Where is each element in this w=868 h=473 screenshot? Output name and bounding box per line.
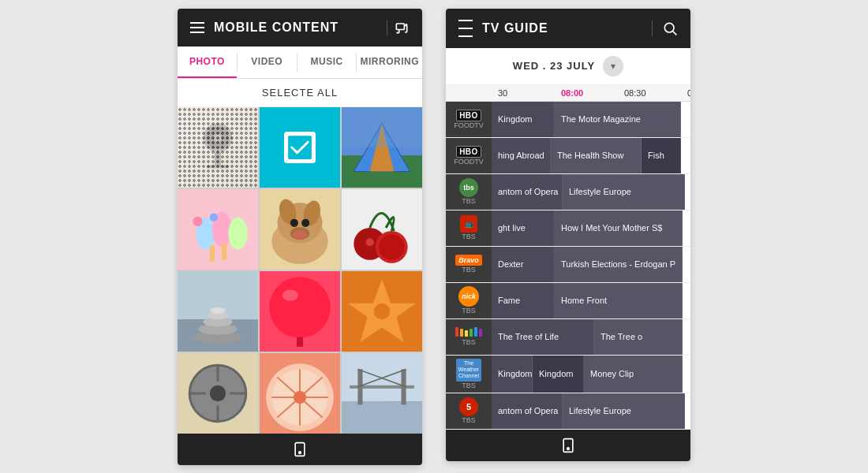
channel-atv[interactable]: 📺 TBS: [446, 210, 492, 246]
tab-music[interactable]: MUSIC: [297, 47, 357, 78]
tbs-sub: TBS: [462, 197, 476, 205]
header-right-icons: [387, 20, 410, 35]
phone-footer-icon: [292, 441, 308, 457]
channel-tbs[interactable]: tbs TBS: [446, 174, 492, 210]
svg-rect-5: [207, 165, 230, 168]
program-lifestyle-ch5[interactable]: Lifestyle Europe: [563, 393, 685, 429]
channel-hbo2[interactable]: HBO FOODTV: [446, 138, 492, 173]
bravo-logo: Bravo: [455, 255, 482, 266]
atv-programs: ght live How I Met Your Mother S$: [492, 210, 690, 246]
svg-point-34: [379, 234, 405, 260]
tab-photo[interactable]: PHOTO: [178, 47, 237, 78]
channel-nick[interactable]: nick TBS: [446, 283, 492, 318]
nick-programs: Fame Home Front: [492, 283, 690, 318]
tab-video[interactable]: VIDEO: [238, 47, 297, 78]
photo-1[interactable]: [178, 107, 258, 188]
program-how-i-met[interactable]: How I Met Your Mother S$: [555, 210, 683, 246]
channel-weather[interactable]: TheWeatherChannel TBS: [446, 356, 492, 393]
bravo-programs: Dexter Turkish Elections - Erdogan P: [492, 247, 690, 282]
program-home-front[interactable]: Home Front: [555, 283, 683, 318]
program-fishing-abroad[interactable]: hing Abroad: [492, 138, 551, 173]
photo-3[interactable]: [342, 107, 422, 188]
photo-2[interactable]: [260, 107, 340, 188]
date-dropdown-button[interactable]: ▾: [603, 56, 623, 76]
guide-row-nbc: TBS The Tree of Life The Tree o: [446, 319, 690, 356]
photo-4[interactable]: [178, 189, 258, 270]
svg-point-73: [567, 448, 570, 450]
svg-point-30: [294, 231, 306, 239]
channel-5[interactable]: 5 TBS: [446, 393, 492, 429]
program-tonight-live[interactable]: ght live: [492, 210, 555, 246]
tv-footer-icon: [560, 438, 576, 453]
atv-sub: TBS: [462, 233, 476, 240]
guide-row-ch5: 5 TBS antom of Opera Lifestyle Europe: [446, 393, 690, 430]
tv-footer: [446, 430, 690, 461]
ch5-logo: 5: [459, 397, 478, 416]
photo-8[interactable]: [260, 271, 340, 352]
photo-9[interactable]: [342, 271, 422, 352]
tv-hamburger-icon[interactable]: [458, 20, 473, 37]
svg-point-1: [406, 24, 407, 25]
svg-rect-0: [396, 24, 404, 30]
program-tree-of-life[interactable]: The Tree of Life: [492, 319, 594, 355]
guide-row-nick: nick TBS Fame Home Front: [446, 283, 690, 319]
svg-point-20: [193, 216, 202, 225]
mobile-header: MOBILE CONTENT: [178, 9, 422, 47]
photo-5[interactable]: [260, 189, 340, 270]
svg-point-44: [269, 277, 331, 338]
photo-6[interactable]: [342, 189, 422, 270]
program-motor-magazine[interactable]: The Motor Magazine: [555, 102, 681, 137]
time-slot-0830: 08:30: [618, 85, 681, 101]
channel-nbc[interactable]: TBS: [446, 319, 492, 355]
svg-line-71: [673, 31, 677, 35]
program-turkish-elections[interactable]: Turkish Elections - Erdogan P: [555, 247, 683, 282]
program-kingdom-w1[interactable]: Kingdom: [492, 356, 533, 393]
photo-10[interactable]: [178, 353, 258, 434]
guide-row-atv: 📺 TBS ght live How I Met Your Mother S$: [446, 210, 690, 247]
program-kingdom-hbo1[interactable]: Kingdom: [492, 102, 555, 137]
photo-grid: [178, 107, 422, 434]
hamburger-icon[interactable]: [190, 22, 204, 33]
photo-12[interactable]: [342, 353, 422, 434]
weather-programs: Kingdom Kingdom Money Clip: [492, 356, 690, 393]
program-phantom-tbs[interactable]: antom of Opera: [492, 174, 563, 210]
svg-point-2: [204, 123, 233, 152]
channel-hbo1[interactable]: HBO FOODTV: [446, 102, 492, 137]
program-phantom-ch5[interactable]: antom of Opera: [492, 393, 563, 429]
date-text: WED . 23 JULY: [513, 60, 595, 72]
select-all-bar[interactable]: SELECTE ALL: [178, 79, 422, 107]
guide-body: HBO FOODTV Kingdom The Motor Magazine HB…: [446, 102, 690, 430]
svg-point-52: [210, 385, 226, 400]
program-fish[interactable]: Fish: [642, 138, 681, 173]
svg-point-42: [211, 307, 225, 313]
photo-11[interactable]: [260, 353, 340, 434]
svg-point-27: [290, 218, 298, 226]
svg-point-17: [228, 217, 247, 249]
svg-point-49: [374, 303, 390, 318]
svg-rect-4: [215, 152, 221, 166]
svg-rect-61: [342, 353, 422, 401]
tab-mirroring[interactable]: MIRRORING: [357, 47, 422, 78]
tv-header-divider: [652, 20, 653, 36]
hbo2-sub: FOODTV: [454, 158, 484, 166]
ch5-sub: TBS: [462, 416, 476, 424]
time-header: 30 08:00 08:30 09:00: [446, 85, 690, 102]
photo-7[interactable]: [178, 271, 258, 352]
svg-rect-46: [297, 337, 303, 346]
program-money-clip[interactable]: Money Clip: [584, 356, 683, 393]
header-divider: [387, 20, 387, 35]
atv-logo: 📺: [460, 215, 477, 233]
program-dexter[interactable]: Dexter: [492, 247, 555, 282]
program-lifestyle-tbs[interactable]: Lifestyle Europe: [563, 174, 685, 210]
program-health-show[interactable]: The Health Show: [551, 138, 642, 173]
program-kingdom-w2[interactable]: Kingdom: [533, 356, 584, 393]
hbo2-programs: hing Abroad The Health Show Fish: [492, 138, 690, 173]
hbo1-logo: HBO: [456, 110, 481, 121]
nbc-programs: The Tree of Life The Tree o: [492, 319, 690, 355]
channel-bravo[interactable]: Bravo TBS: [446, 247, 492, 282]
guide-row-weather: TheWeatherChannel TBS Kingdom Kingdom Mo…: [446, 356, 690, 393]
tab-bar: PHOTO VIDEO MUSIC MIRRORING: [178, 47, 422, 79]
search-icon[interactable]: [662, 20, 678, 36]
program-tree-cont[interactable]: The Tree o: [594, 319, 683, 355]
program-fame[interactable]: Fame: [492, 283, 555, 318]
